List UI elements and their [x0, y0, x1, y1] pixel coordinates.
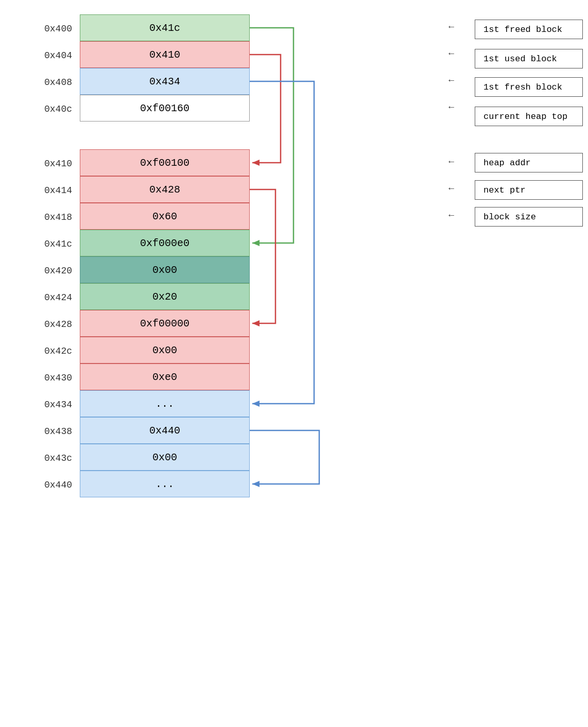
mem-cell-0x408: 0x434: [80, 68, 250, 95]
addr-label-0x414: 0x414: [31, 177, 72, 204]
addr-label-0x41c: 0x41c: [31, 231, 72, 257]
mem-cell-0x400: 0x41c: [80, 14, 250, 41]
arrow-2: ←: [448, 75, 454, 85]
addr-label-0x428: 0x428: [31, 311, 72, 338]
mem-cell-0x43c: 0x00: [80, 444, 250, 471]
addr-label-0x420: 0x420: [31, 257, 72, 284]
addr-label-0x400: 0x400: [31, 15, 72, 42]
addr-label-0x434: 0x434: [31, 391, 72, 418]
addr-label-0x40c: 0x40c: [31, 96, 72, 123]
mem-cell-0x418: 0x60: [80, 203, 250, 230]
addr-label-0x440: 0x440: [31, 472, 72, 498]
addr-label-0x430: 0x430: [31, 365, 72, 391]
arrow-3: ←: [448, 102, 454, 112]
mem-cell-0x438: 0x440: [80, 417, 250, 444]
label-box-5: next ptr: [475, 180, 583, 200]
svg-marker-3: [252, 401, 260, 407]
label-box-6: block size: [475, 207, 583, 227]
arrow-0: ←: [448, 22, 454, 32]
addr-label-0x404: 0x404: [31, 42, 72, 69]
mem-cell-0x440: ...: [80, 471, 250, 497]
svg-marker-2: [252, 320, 260, 326]
mem-cell-0x410: 0xf00100: [80, 149, 250, 176]
mem-cell-0x414: 0x428: [80, 176, 250, 203]
label-box-4: heap addr: [475, 153, 583, 172]
arrow-4: ←: [448, 157, 454, 167]
arrow-1: ←: [448, 48, 454, 59]
mem-cell-0x41c: 0xf000e0: [80, 230, 250, 256]
mem-cell-0x40c: 0xf00160: [80, 95, 250, 122]
svg-marker-1: [252, 160, 260, 166]
addr-label-0x410: 0x410: [31, 150, 72, 177]
mem-cell-0x430: 0xe0: [80, 363, 250, 390]
mem-cell-0x420: 0x00: [80, 256, 250, 283]
arrow-6: ←: [448, 210, 454, 220]
addr-label-0x438: 0x438: [31, 418, 72, 445]
mem-cell-0x434: ...: [80, 390, 250, 417]
addr-label-0x424: 0x424: [31, 284, 72, 311]
svg-marker-0: [252, 240, 260, 246]
addr-label-0x418: 0x418: [31, 204, 72, 231]
mem-cell-0x42c: 0x00: [80, 337, 250, 363]
arrow-5: ←: [448, 183, 454, 194]
label-box-3: current heap top: [475, 107, 583, 126]
addr-label-0x408: 0x408: [31, 69, 72, 96]
addr-label-0x43c: 0x43c: [31, 445, 72, 472]
mem-cell-0x404: 0x410: [80, 41, 250, 68]
label-box-0: 1st freed block: [475, 20, 583, 39]
svg-marker-4: [252, 481, 260, 487]
label-box-1: 1st used block: [475, 49, 583, 68]
diagram: 0x4000x41c0x4040x4100x4080x4340x40c0xf00…: [0, 0, 588, 727]
label-box-2: 1st fresh block: [475, 77, 583, 97]
addr-label-0x42c: 0x42c: [31, 338, 72, 365]
mem-cell-0x428: 0xf00000: [80, 310, 250, 337]
mem-cell-0x424: 0x20: [80, 283, 250, 310]
